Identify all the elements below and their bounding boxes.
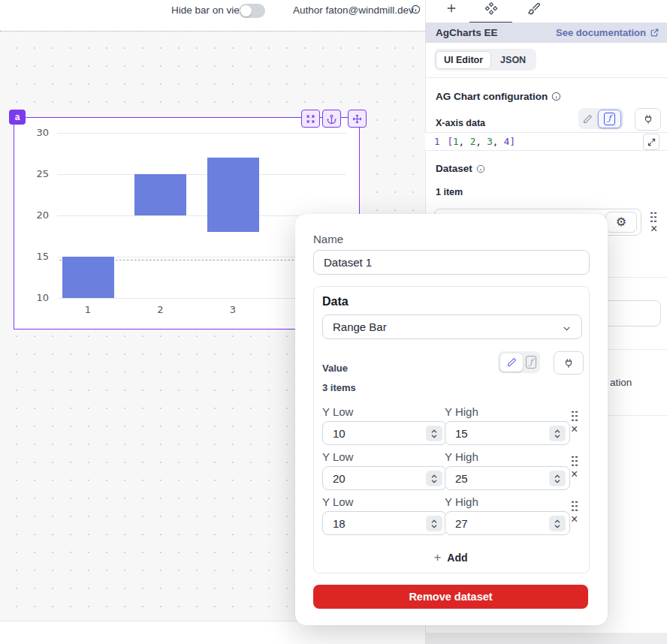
plug-icon xyxy=(563,358,574,369)
row-drag-handle[interactable] xyxy=(571,410,578,422)
number-stepper[interactable] xyxy=(426,471,442,486)
plug-icon xyxy=(643,114,653,125)
config-title-text: AG Chart configuration xyxy=(436,91,548,102)
chevron-down-icon xyxy=(562,324,572,333)
config-info-icon[interactable] xyxy=(551,92,561,101)
y-high-label: Y High xyxy=(445,405,478,418)
anchor-component-button[interactable] xyxy=(322,110,341,128)
dataset-section-title: Dataset xyxy=(436,163,485,174)
x-axis-tick-label: 3 xyxy=(222,304,244,315)
add-item-button[interactable]: + Add xyxy=(313,549,588,567)
code-content: [1, 2, 3, 4] xyxy=(448,136,515,147)
author-info-icon[interactable] xyxy=(411,5,421,14)
y-high-value: 27 xyxy=(455,517,468,530)
y-low-label: Y Low xyxy=(322,495,353,508)
tab-json[interactable]: JSON xyxy=(491,52,535,68)
code-expand-button[interactable] xyxy=(643,134,659,150)
xaxis-static-pencil-button[interactable] xyxy=(581,114,595,124)
xaxis-data-label: X-axis data xyxy=(436,118,485,128)
row-drag-handle[interactable] xyxy=(571,455,578,467)
components-tab[interactable] xyxy=(484,2,498,15)
fx-icon: ƒ xyxy=(526,356,536,369)
panel-title: AgCharts EE xyxy=(436,27,498,38)
truncated-panel-text: ation xyxy=(610,377,632,388)
dataset-settings-button[interactable]: ⚙ xyxy=(605,212,637,233)
x-axis-tick-label: 1 xyxy=(77,304,99,315)
external-link-icon xyxy=(650,28,659,38)
number-stepper[interactable] xyxy=(549,426,566,441)
see-documentation-link[interactable]: See documentation xyxy=(556,27,659,38)
chart-gridline xyxy=(57,133,346,134)
hide-bar-toggle[interactable] xyxy=(239,4,265,18)
y-low-input[interactable]: 20 xyxy=(322,466,447,490)
range-bar xyxy=(62,257,114,298)
y-low-label: Y Low xyxy=(322,405,353,418)
x-axis-tick-label: 2 xyxy=(149,304,172,315)
number-stepper[interactable] xyxy=(549,471,566,486)
y-high-input[interactable]: 25 xyxy=(445,466,570,490)
name-label: Name xyxy=(313,233,343,245)
author-label: Author faton@windmill.dev xyxy=(293,5,414,16)
y-axis-tick-label: 30 xyxy=(17,127,49,138)
y-low-input[interactable]: 18 xyxy=(322,511,447,535)
dataset-drag-handle[interactable] xyxy=(650,211,657,223)
dataset-info-icon[interactable] xyxy=(476,164,485,173)
data-heading: Data xyxy=(322,295,349,308)
dataset-name-value: Dataset 1 xyxy=(324,256,372,269)
see-documentation-label: See documentation xyxy=(556,27,646,38)
dataset-name-input[interactable]: Dataset 1 xyxy=(313,250,590,275)
add-label: Add xyxy=(447,552,467,564)
remove-dataset-label: Remove dataset xyxy=(409,591,492,603)
number-stepper[interactable] xyxy=(426,516,442,531)
dataset-remove-icon[interactable]: × xyxy=(650,224,657,234)
y-high-label: Y High xyxy=(445,450,478,463)
row-remove-icon[interactable]: × xyxy=(571,424,578,435)
remove-dataset-button[interactable]: Remove dataset xyxy=(313,585,588,609)
panel-header: AgCharts EE See documentation xyxy=(425,23,667,43)
chart-type-value: Range Bar xyxy=(333,320,387,333)
range-bar xyxy=(134,174,186,215)
add-component-tab[interactable] xyxy=(445,2,458,15)
value-input-mode-group: ƒ xyxy=(498,351,540,373)
y-low-label: Y Low xyxy=(322,450,353,463)
dataset-count-label: 1 item xyxy=(436,187,463,197)
component-id-badge: a xyxy=(9,110,26,125)
move-component-button[interactable] xyxy=(348,110,367,128)
toggle-knob xyxy=(240,5,252,17)
value-connect-plug-button[interactable] xyxy=(554,351,584,375)
dataset-title-text: Dataset xyxy=(436,163,472,174)
xaxis-connect-plug-button[interactable] xyxy=(635,108,661,131)
fx-icon: ƒ xyxy=(604,113,614,125)
tab-ui-editor[interactable]: UI Editor xyxy=(436,51,491,69)
row-drag-handle[interactable] xyxy=(571,500,578,512)
y-axis-tick-label: 10 xyxy=(17,292,49,303)
items-count-label: 3 items xyxy=(322,382,356,393)
y-high-input[interactable]: 27 xyxy=(445,511,570,535)
chart-type-select[interactable]: Range Bar xyxy=(322,314,582,339)
y-low-value: 10 xyxy=(333,427,346,440)
hide-bar-label: Hide bar on view xyxy=(171,5,247,16)
xaxis-input-mode-group: ƒ xyxy=(578,108,623,129)
plus-icon: + xyxy=(433,550,441,565)
y-high-value: 15 xyxy=(455,427,468,440)
value-eval-fx-button[interactable]: ƒ xyxy=(524,356,538,369)
number-stepper[interactable] xyxy=(549,516,566,531)
row-remove-icon[interactable]: × xyxy=(571,469,578,480)
xaxis-eval-fx-button[interactable]: ƒ xyxy=(598,110,621,128)
pencil-icon xyxy=(583,114,593,124)
number-stepper[interactable] xyxy=(426,426,442,441)
y-axis-tick-label: 25 xyxy=(17,168,49,179)
code-line-number: 1 xyxy=(434,136,440,147)
y-axis-tick-label: 20 xyxy=(17,209,49,221)
expand-component-button[interactable] xyxy=(301,110,320,128)
row-remove-icon[interactable]: × xyxy=(571,514,578,525)
config-section-title: AG Chart configuration xyxy=(436,91,561,102)
y-low-value: 20 xyxy=(333,472,346,485)
xaxis-code-editor[interactable]: 1 [1, 2, 3, 4] xyxy=(425,132,667,151)
panel-divider xyxy=(426,77,667,78)
y-axis-tick-label: 15 xyxy=(17,251,49,262)
styling-brush-tab[interactable] xyxy=(527,2,541,15)
value-static-pencil-button[interactable] xyxy=(500,354,523,372)
y-low-input[interactable]: 10 xyxy=(322,421,447,445)
y-high-input[interactable]: 15 xyxy=(445,421,570,445)
